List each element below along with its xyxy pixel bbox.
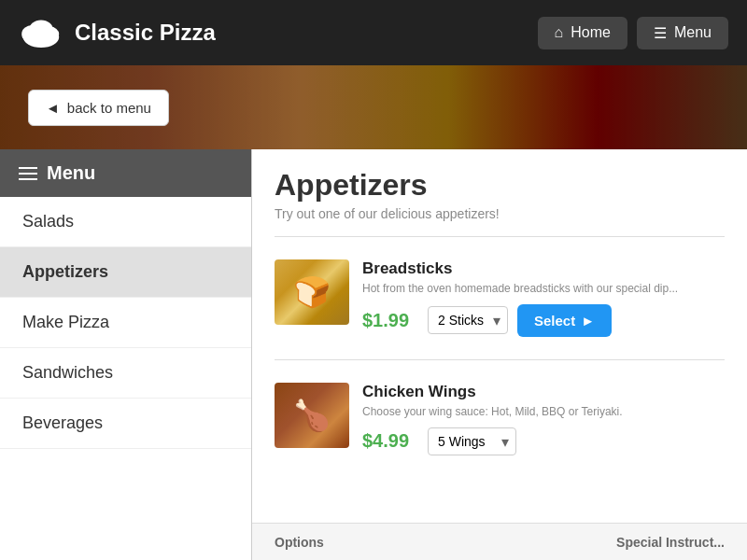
sidebar: Menu Salads Appetizers Make Pizza Sandwi… xyxy=(0,149,252,560)
home-icon: ⌂ xyxy=(555,24,564,41)
menu-icon xyxy=(19,167,37,180)
menu-item-breadsticks: Breadsticks Hot from the oven homemade b… xyxy=(275,250,725,346)
breadsticks-details: Breadsticks Hot from the oven homemade b… xyxy=(362,259,725,337)
back-arrow-icon: ◄ xyxy=(46,100,60,116)
section-title: Appetizers xyxy=(275,168,725,203)
sidebar-header: Menu xyxy=(0,149,251,197)
cloud-logo-icon xyxy=(19,16,63,49)
divider-2 xyxy=(275,359,725,360)
chicken-wings-description: Choose your wing sauce: Hot, Mild, BBQ o… xyxy=(362,404,725,420)
menu-button[interactable]: ☰ Menu xyxy=(637,17,728,49)
chicken-wings-controls: $4.99 5 Wings 10 Wings 15 Wings xyxy=(362,427,725,455)
menu-item-chicken-wings: Chicken Wings Choose your wing sauce: Ho… xyxy=(275,373,725,465)
breadsticks-price: $1.99 xyxy=(362,310,418,331)
chicken-wings-qty-select[interactable]: 5 Wings 10 Wings 15 Wings xyxy=(428,427,516,455)
breadsticks-qty-wrapper: 2 Sticks 4 Sticks 6 Sticks xyxy=(428,306,508,334)
header: Classic Pizza ⌂ Home ☰ Menu xyxy=(0,0,747,65)
header-nav: ⌂ Home ☰ Menu xyxy=(538,17,728,49)
breadsticks-select-button[interactable]: Select ► xyxy=(517,304,612,337)
header-left: Classic Pizza xyxy=(19,16,216,49)
app-title: Classic Pizza xyxy=(75,20,216,46)
menu-lines-icon: ☰ xyxy=(654,24,667,42)
chicken-wings-details: Chicken Wings Choose your wing sauce: Ho… xyxy=(362,383,725,455)
chicken-wings-price: $4.99 xyxy=(362,430,418,452)
breadsticks-name: Breadsticks xyxy=(362,259,725,278)
sidebar-item-make-pizza[interactable]: Make Pizza xyxy=(0,298,251,348)
breadsticks-image xyxy=(275,259,349,325)
sidebar-item-beverages[interactable]: Beverages xyxy=(0,399,251,449)
svg-point-3 xyxy=(29,20,53,39)
hero-banner: ◄ back to menu xyxy=(0,65,747,149)
main-content: Menu Salads Appetizers Make Pizza Sandwi… xyxy=(0,149,747,560)
sidebar-item-sandwiches[interactable]: Sandwiches xyxy=(0,348,251,399)
chicken-wings-name: Chicken Wings xyxy=(362,383,725,401)
content-panel: Appetizers Try out one of our delicious … xyxy=(252,149,747,560)
breadsticks-qty-select[interactable]: 2 Sticks 4 Sticks 6 Sticks xyxy=(428,306,508,334)
divider xyxy=(275,236,725,237)
footer-options-label: Options xyxy=(275,535,500,550)
back-to-menu-button[interactable]: ◄ back to menu xyxy=(28,90,169,126)
breadsticks-controls: $1.99 2 Sticks 4 Sticks 6 Sticks Select … xyxy=(362,304,725,337)
chicken-wings-qty-wrapper: 5 Wings 10 Wings 15 Wings xyxy=(428,427,516,455)
breadsticks-description: Hot from the oven homemade breadsticks w… xyxy=(362,281,725,297)
sidebar-item-appetizers[interactable]: Appetizers xyxy=(0,247,251,298)
select-arrow-icon: ► xyxy=(581,313,595,329)
footer-instructions-label: Special Instruct... xyxy=(500,535,725,550)
section-subtitle: Try out one of our delicious appetizers! xyxy=(275,206,725,221)
home-button[interactable]: ⌂ Home xyxy=(538,17,627,49)
footer-row: Options Special Instruct... xyxy=(252,523,747,560)
sidebar-title: Menu xyxy=(47,162,95,184)
chicken-wings-image xyxy=(275,383,349,448)
sidebar-item-salads[interactable]: Salads xyxy=(0,197,251,247)
